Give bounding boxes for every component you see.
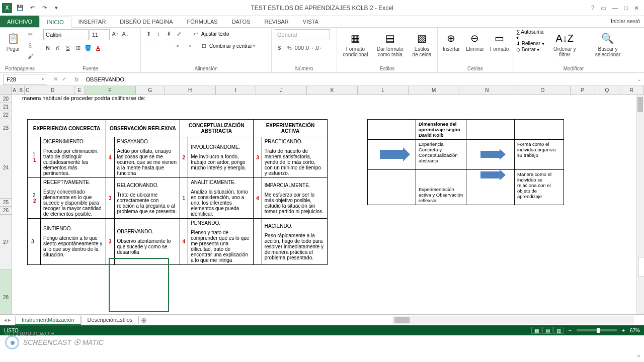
excel-icon[interactable]: X [2,3,12,13]
align-right-icon[interactable]: ≡ [164,41,173,50]
font-color-icon[interactable]: A [94,43,103,52]
row-header[interactable]: 24 [0,137,12,199]
side-panel-tab[interactable] [638,257,644,277]
col-header[interactable]: I [216,86,256,95]
italic-icon[interactable]: K [53,43,62,52]
cut-icon[interactable]: ✂ [25,29,35,39]
redo-icon[interactable]: ↷ [40,4,48,12]
sheet-next-icon[interactable]: ▸ [8,317,11,323]
border-icon[interactable]: ⊞ [73,43,83,52]
sort-filter-button[interactable]: A↓ZOrdenar y filtrar [547,29,583,58]
signin-link[interactable]: Iniciar sesió [611,18,640,24]
col-header[interactable]: G [136,86,165,95]
autosum-button[interactable]: ∑ Autosuma ▾ [516,29,545,40]
cell-styles-button[interactable]: ▧Estilos de celda [410,29,434,58]
tab-datos[interactable]: DATOS [225,16,258,27]
indent-dec-icon[interactable]: ⇤ [174,41,183,50]
sheet-tab-2[interactable]: DescripciónEstilos [81,316,139,324]
name-box[interactable]: F28 [3,74,46,85]
font-name-select[interactable] [43,29,89,40]
align-top-icon[interactable]: ⬆ [144,29,153,38]
table-format-button[interactable]: ▤Dar formato como tabla [373,29,408,58]
col-header[interactable]: L [358,86,409,95]
clear-button[interactable]: ◇ Borrar ▾ [516,47,545,52]
tab-revisar[interactable]: REVISAR [258,16,296,27]
currency-icon[interactable]: $ [275,43,284,52]
decimal-inc-icon[interactable]: .0→ [305,43,314,52]
format-painter-icon[interactable]: 🖌 [25,51,35,61]
thousands-icon[interactable]: 000 [295,43,304,52]
close-icon[interactable]: ✕ [634,5,639,12]
vertical-scrollbar[interactable] [636,95,644,314]
tab-file[interactable]: ARCHIVO [0,16,39,27]
delete-cells-button[interactable]: ⊖Eliminar [464,29,486,53]
fx-icon[interactable]: fx [70,76,83,82]
add-sheet-button[interactable]: ⊕ [139,316,149,324]
col-header[interactable]: D [31,86,74,95]
find-select-button[interactable]: 🔍Buscar y seleccionar [585,29,631,58]
maximize-icon[interactable]: □ [624,5,628,12]
wrap-text-icon[interactable]: ↩ [191,29,200,38]
align-left-icon[interactable]: ≡ [144,41,153,50]
zoom-in-icon[interactable]: + [622,328,625,333]
col-header[interactable]: M [409,86,459,95]
col-header[interactable]: C [25,86,31,95]
tab-inicio[interactable]: INICIO [39,17,71,28]
row-header[interactable]: 28 [0,270,12,314]
accept-formula-icon[interactable]: ✓ [62,76,66,82]
align-center-icon[interactable]: ≡ [154,41,163,50]
cancel-formula-icon[interactable]: ✕ [53,76,58,82]
underline-icon[interactable]: S [63,43,72,52]
row-header[interactable]: 25 [0,199,12,207]
help-icon[interactable]: ? [591,5,595,12]
bold-icon[interactable]: N [43,43,52,52]
decimal-dec-icon[interactable]: .0← [315,43,324,52]
col-header[interactable]: O [515,86,571,95]
row-header[interactable]: 23 [0,119,12,137]
fill-color-icon[interactable]: 🪣 [84,43,93,52]
col-header[interactable]: H [165,86,216,95]
spreadsheet-grid[interactable]: ABCDEFGHIJKLMNOPQR 20212223242526272829 … [0,86,644,314]
align-bottom-icon[interactable]: ⬇ [164,29,173,38]
fill-button[interactable]: ⬇ Rellenar ▾ [516,41,545,46]
decrease-font-icon[interactable]: A↓ [121,29,130,38]
col-header[interactable]: B [18,86,25,95]
view-pagebreak-icon[interactable]: ▥ [553,327,564,334]
sheet-prev-icon[interactable]: ◂ [4,317,7,323]
cond-format-button[interactable]: ▦Formato condicional [340,29,371,58]
increase-font-icon[interactable]: A↑ [111,29,120,38]
align-middle-icon[interactable]: ↕ [154,29,163,38]
tab-diseno[interactable]: DISEÑO DE PÁGINA [113,16,180,27]
col-header[interactable]: A [12,86,18,95]
col-header[interactable]: R [619,86,644,95]
row-header[interactable]: 26 [0,207,12,215]
percent-icon[interactable]: % [285,43,294,52]
tab-insertar[interactable]: INSERTAR [71,16,113,27]
font-size-select[interactable] [90,29,110,40]
merge-icon[interactable]: ⊟ [199,41,208,50]
col-header[interactable]: P [571,86,595,95]
col-header[interactable]: F [85,86,136,95]
collapse-ribbon-icon[interactable]: ^ [637,354,640,360]
orientation-icon[interactable]: ⤢ [174,29,183,38]
paste-button[interactable]: 📋 Pegar [3,29,23,53]
view-normal-icon[interactable]: ▦ [531,327,541,334]
ribbon-options-icon[interactable]: ▭ [601,5,606,12]
col-header[interactable]: Q [595,86,620,95]
tab-vista[interactable]: VISTA [296,16,326,27]
undo-icon[interactable]: ↶ [28,4,36,12]
insert-cells-button[interactable]: ⊕Insertar [441,29,462,53]
zoom-out-icon[interactable]: − [569,328,572,333]
indent-inc-icon[interactable]: ⇥ [184,41,193,50]
format-cells-button[interactable]: ▭Formato [488,29,511,53]
zoom-slider[interactable] [577,329,617,331]
row-header[interactable]: 20 [0,95,12,103]
save-icon[interactable]: 💾 [16,4,24,12]
row-header[interactable]: 27 [0,215,12,270]
row-header[interactable]: 21 [0,103,12,111]
col-header[interactable]: J [256,86,307,95]
select-all-corner[interactable] [0,86,12,95]
row-header[interactable]: 22 [0,111,12,119]
minimize-icon[interactable]: — [612,5,618,12]
col-header[interactable]: N [459,86,515,95]
